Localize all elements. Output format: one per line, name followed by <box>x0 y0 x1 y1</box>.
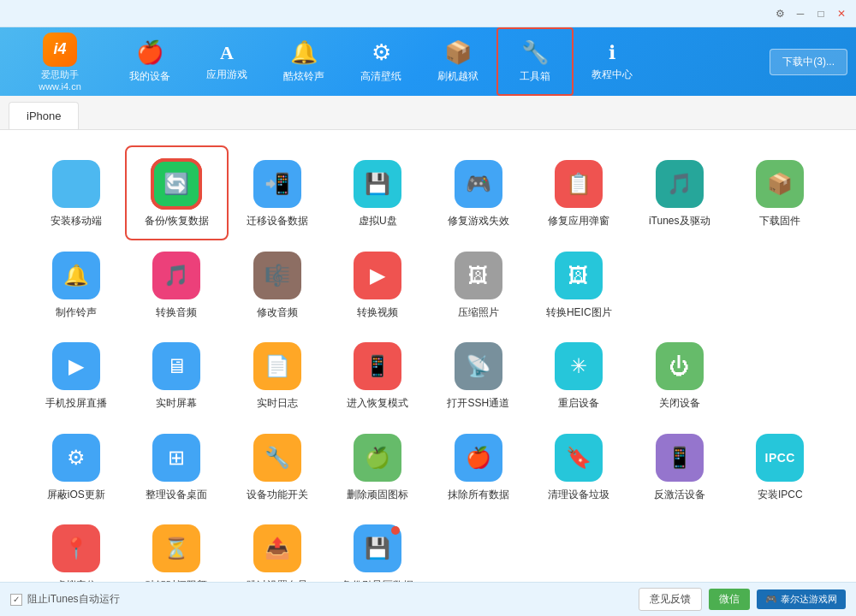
header-right: 下载中(3)... <box>770 49 847 75</box>
tool-item-erase-all-data[interactable]: 🍎抹除所有数据 <box>428 421 529 512</box>
nav-label-my-device: 我的设备 <box>129 69 170 84</box>
tool-item-skip-setup[interactable]: 📤跳过设置向导 <box>227 512 328 582</box>
tool-item-recovery-mode[interactable]: 📱进入恢复模式 <box>328 329 429 421</box>
tool-label-shutdown: 关闭设备 <box>659 397 700 411</box>
tool-item-convert-audio[interactable]: 🎵转换音频 <box>127 239 228 330</box>
tool-icon-reboot: ✳ <box>555 342 603 390</box>
tool-item-placeholder3 <box>730 329 831 421</box>
tool-item-placeholder5 <box>529 512 630 582</box>
tool-label-reboot: 重启设备 <box>558 397 599 411</box>
nav-item-tutorial[interactable]: ℹ 教程中心 <box>574 27 651 96</box>
tool-item-reboot[interactable]: ✳重启设备 <box>529 329 630 421</box>
tool-label-clean-junk: 清理设备垃圾 <box>548 489 609 502</box>
tool-item-backup-restore[interactable]: 🔄备份/恢复数据 <box>127 147 228 239</box>
wallpaper-icon: ⚙ <box>372 39 391 66</box>
nav-label-jailbreak: 刷机越狱 <box>437 69 479 84</box>
tool-item-download-firmware[interactable]: 📦下载固件 <box>730 147 831 239</box>
tool-label-install-ipcc: 安装IPCC <box>758 489 803 502</box>
tool-item-deactivate[interactable]: 📱反激活设备 <box>629 421 730 512</box>
tool-item-itunes-driver[interactable]: 🎵iTunes及驱动 <box>629 147 730 239</box>
itunes-label: 阻止iTunes自动运行 <box>27 592 120 607</box>
tool-item-fake-location[interactable]: 📍虚拟定位 <box>26 512 127 582</box>
tool-icon-device-switch: 🔧 <box>253 434 301 482</box>
tool-label-virtual-udisk: 虚拟U盘 <box>359 215 397 228</box>
tool-icon-virtual-udisk: 💾 <box>354 160 401 208</box>
tool-item-make-ringtone[interactable]: 🔔制作铃声 <box>26 239 127 330</box>
tool-icon-break-time-limit: ⏳ <box>152 524 200 572</box>
tool-label-make-ringtone: 制作铃声 <box>56 306 97 320</box>
ringtones-icon: 🔔 <box>290 39 318 66</box>
nav-item-apps-games[interactable]: A 应用游戏 <box>188 27 265 96</box>
status-right: 意见反馈 微信 🎮 泰尔达游戏网 <box>639 588 846 611</box>
settings-icon[interactable]: ⚙ <box>772 6 788 21</box>
tool-item-virtual-udisk[interactable]: 💾虚拟U盘 <box>328 147 429 239</box>
tool-icon-deactivate: 📱 <box>656 434 704 482</box>
tool-icon-recovery-mode: 📱 <box>354 342 401 390</box>
tool-item-convert-heic[interactable]: 🖼转换HEIC图片 <box>529 239 630 330</box>
tool-icon-compress-photo: 🖼 <box>455 252 502 299</box>
tool-item-organize-desktop[interactable]: ⊞整理设备桌面 <box>127 421 228 512</box>
tool-icon-delete-stubborn-icon: 🍏 <box>354 434 401 482</box>
tool-label-fix-game: 修复游戏失效 <box>448 215 509 228</box>
tool-item-real-log[interactable]: 📄实时日志 <box>227 329 328 421</box>
nav-label-tutorial: 教程中心 <box>591 68 633 82</box>
download-button[interactable]: 下载中(3)... <box>770 49 847 75</box>
tool-item-install-ipcc[interactable]: IPCC安装IPCC <box>730 421 831 512</box>
logo-sub: www.i4.cn <box>39 81 81 92</box>
tool-item-backup-guide[interactable]: 💾备份引导区数据 <box>328 512 429 582</box>
tool-item-screen-live[interactable]: ▶手机投屏直播 <box>26 329 127 421</box>
tool-icon-real-screen: 🖥 <box>152 342 200 390</box>
tool-icon-install-mobile <box>52 160 100 208</box>
tool-item-install-mobile[interactable]: 安装移动端 <box>26 147 127 239</box>
tool-icon-erase-all-data: 🍎 <box>455 434 502 482</box>
nav-item-ringtones[interactable]: 🔔 酷炫铃声 <box>265 27 342 96</box>
partner-name: 泰尔达游戏网 <box>781 593 837 606</box>
tool-item-fix-app-popup[interactable]: 📋修复应用弹窗 <box>529 147 630 239</box>
minimize-icon[interactable]: ─ <box>793 6 808 21</box>
tool-item-open-ssh[interactable]: 📡打开SSH通道 <box>428 329 529 421</box>
tool-icon-fake-location: 📍 <box>52 524 100 572</box>
itunes-checkbox[interactable]: ✓ <box>10 594 22 606</box>
tool-label-fake-location: 虚拟定位 <box>56 579 97 582</box>
tool-item-device-switch[interactable]: 🔧设备功能开关 <box>227 421 328 512</box>
tools-grid: 安装移动端🔄备份/恢复数据📲迁移设备数据💾虚拟U盘🎮修复游戏失效📋修复应用弹窗🎵… <box>26 147 830 582</box>
tool-item-delete-stubborn-icon[interactable]: 🍏删除顽固图标 <box>328 421 429 512</box>
tool-label-itunes-driver: iTunes及驱动 <box>649 215 710 228</box>
tool-item-break-time-limit[interactable]: ⏳破解时间限额 <box>127 512 228 582</box>
tool-label-compress-photo: 压缩照片 <box>458 306 499 320</box>
tool-item-migrate-data[interactable]: 📲迁移设备数据 <box>227 147 328 239</box>
tool-icon-migrate-data: 📲 <box>253 160 301 208</box>
wechat-button[interactable]: 微信 <box>709 589 750 610</box>
tool-item-shutdown[interactable]: ⏻关闭设备 <box>629 329 730 421</box>
tool-label-backup-guide: 备份引导区数据 <box>342 579 413 582</box>
tool-item-fix-game[interactable]: 🎮修复游戏失效 <box>428 147 529 239</box>
tool-item-edit-audio[interactable]: 🎼修改音频 <box>227 239 328 330</box>
tool-item-real-screen[interactable]: 🖥实时屏幕 <box>127 329 228 421</box>
nav-item-my-device[interactable]: 🍎 我的设备 <box>111 27 188 96</box>
tool-icon-make-ringtone: 🔔 <box>52 252 100 299</box>
tool-item-compress-photo[interactable]: 🖼压缩照片 <box>428 239 529 330</box>
apps-games-icon: A <box>220 42 234 64</box>
partner-icon: 🎮 <box>765 594 777 605</box>
close-icon[interactable]: ✕ <box>834 6 849 21</box>
tool-label-edit-audio: 修改音频 <box>257 306 298 320</box>
tool-icon-organize-desktop: ⊞ <box>152 434 200 482</box>
tool-item-convert-video[interactable]: ▶转换视频 <box>328 239 429 330</box>
main-content: 安装移动端🔄备份/恢复数据📲迁移设备数据💾虚拟U盘🎮修复游戏失效📋修复应用弹窗🎵… <box>0 130 856 582</box>
feedback-button[interactable]: 意见反馈 <box>639 588 702 611</box>
tool-label-skip-setup: 跳过设置向导 <box>247 579 308 582</box>
tool-label-migrate-data: 迁移设备数据 <box>247 215 308 228</box>
maximize-icon[interactable]: □ <box>813 6 829 21</box>
nav-item-toolbox[interactable]: 🔧 工具箱 <box>496 27 574 96</box>
partner-logo: 🎮 泰尔达游戏网 <box>757 589 846 609</box>
tool-icon-open-ssh: 📡 <box>455 342 502 390</box>
nav-item-jailbreak[interactable]: 📦 刷机越狱 <box>419 27 496 96</box>
tool-item-clean-junk[interactable]: 🔖清理设备垃圾 <box>529 421 630 512</box>
device-tab-iphone[interactable]: iPhone <box>9 102 79 129</box>
nav-item-wallpaper[interactable]: ⚙ 高清壁纸 <box>342 27 419 96</box>
logo: i4 爱思助手 www.i4.cn <box>9 33 111 92</box>
tool-item-block-ios-update[interactable]: ⚙屏蔽iOS更新 <box>26 421 127 512</box>
logo-text: 爱思助手 <box>41 68 79 81</box>
nav-items: 🍎 我的设备 A 应用游戏 🔔 酷炫铃声 ⚙ 高清壁纸 📦 刷机越狱 🔧 工具箱 <box>111 27 770 96</box>
status-bar: ✓ 阻止iTunes自动运行 意见反馈 微信 🎮 泰尔达游戏网 <box>0 582 856 616</box>
